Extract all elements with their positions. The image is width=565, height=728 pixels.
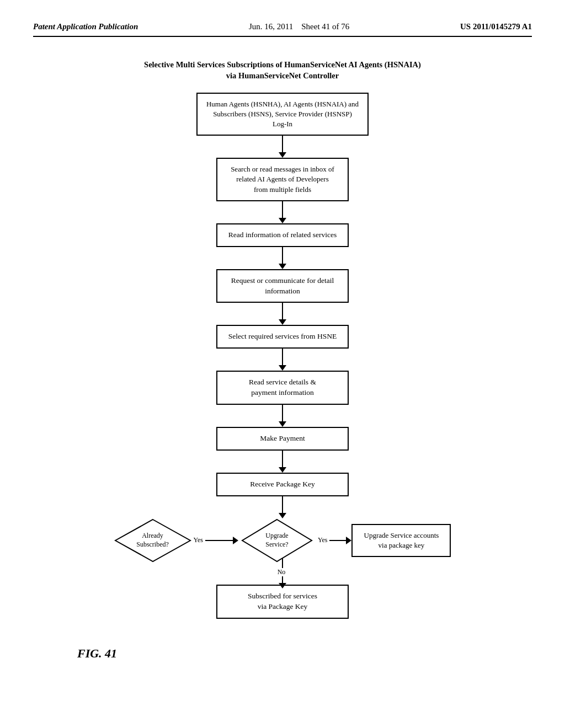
box-receive-key: Receive Package Key	[216, 473, 349, 496]
diagram-title: Selective Multi Services Subscriptions o…	[144, 59, 421, 82]
box-select-services: Select required services from HSNE	[216, 325, 349, 349]
box-upgrade-accounts: Upgrade Service accounts via package key	[351, 524, 451, 557]
box-search-inbox: Search or read messages in inbox of rela…	[216, 158, 349, 201]
page: Patent Application Publication Jun. 16, …	[0, 0, 565, 728]
box-read-service-details: Read service details & payment informati…	[216, 371, 349, 405]
patent-label: Patent Application Publication	[33, 22, 138, 31]
diamond2-text: UpgradeService?	[255, 532, 299, 549]
arrow-head-1	[233, 537, 238, 544]
patent-number: US 2011/0145279 A1	[460, 22, 532, 31]
header: Patent Application Publication Jun. 16, …	[33, 22, 532, 37]
arrow-5	[279, 349, 286, 371]
yes1-arrow: Yes	[190, 536, 238, 544]
box-make-payment: Make Payment	[216, 427, 349, 451]
arrow-8	[279, 496, 286, 518]
box-login: Human Agents (HSNHA), AI Agents (HSNAIA)…	[196, 93, 369, 136]
arrow-2	[279, 201, 286, 223]
no-v-line2	[282, 576, 283, 583]
date: Jun. 16, 2011	[249, 22, 293, 31]
no-arrowhead	[279, 583, 286, 588]
yes2-arrow: Yes	[315, 536, 351, 544]
date-sheet: Jun. 16, 2011 Sheet 41 of 76	[249, 22, 349, 31]
diamond1-container: AlreadySubscribed?	[114, 518, 191, 563]
h-line-1	[205, 540, 233, 541]
branch-row: AlreadySubscribed? Yes	[33, 518, 532, 563]
arrow-1	[279, 136, 286, 158]
box-request-communicate: Request or communicate for detail inform…	[216, 269, 349, 303]
diamond2-group: UpgradeService?	[238, 518, 316, 563]
fig-label: FIG. 41	[77, 646, 117, 661]
no-arrow-group: No	[278, 563, 288, 585]
no-label-row: No	[278, 568, 288, 576]
arrow-right-1	[205, 537, 238, 544]
arrow-4	[279, 303, 286, 325]
yes2-label: Yes	[318, 536, 327, 544]
arrow-right-2	[329, 537, 351, 544]
arrow-head-2	[346, 537, 351, 544]
flowchart: Human Agents (HSNHA), AI Agents (HSNAIA)…	[33, 93, 532, 661]
yes1-label: Yes	[194, 536, 203, 544]
h-line-2	[329, 540, 346, 541]
fig-label-container: FIG. 41	[33, 635, 532, 661]
box-subscribed-package-key: Subscribed for services via Package Key	[216, 585, 349, 619]
sheet: Sheet 41 of 76	[301, 22, 349, 31]
diamond1-text: AlreadySubscribed?	[128, 532, 178, 549]
diamond2-container: UpgradeService?	[238, 518, 316, 563]
diagram-container: Selective Multi Services Subscriptions o…	[33, 53, 532, 661]
diamond1-group: AlreadySubscribed?	[114, 518, 191, 563]
no-arrow-container: No	[278, 563, 288, 585]
box-read-info: Read information of related services	[216, 223, 349, 247]
no-arrow-line: No	[278, 558, 288, 588]
arrow-6	[279, 405, 286, 427]
arrow-7	[279, 451, 286, 473]
no-label: No	[278, 568, 286, 576]
no-v-line	[282, 558, 283, 568]
arrow-3	[279, 247, 286, 269]
